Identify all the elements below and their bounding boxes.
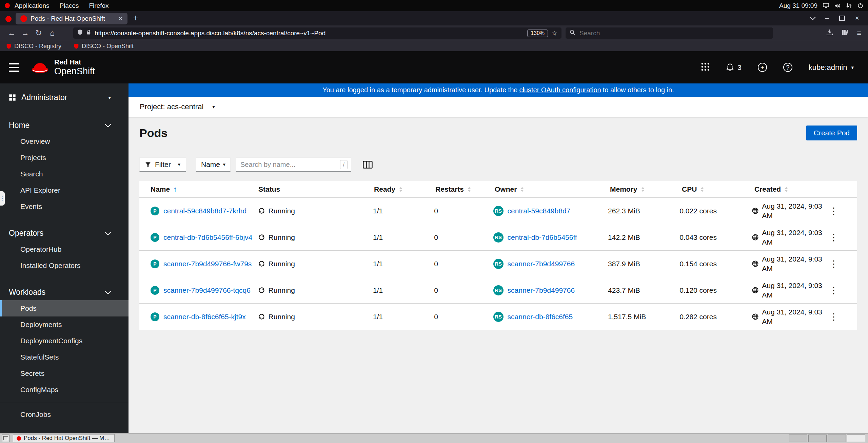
- tracking-shield-icon[interactable]: [77, 29, 83, 37]
- workspace-1[interactable]: [789, 435, 807, 442]
- pod-name-link[interactable]: central-59c849b8d7-7krhd: [163, 207, 246, 215]
- notifications-button[interactable]: 3: [726, 63, 742, 72]
- brand-logo: Red Hat OpenShift: [31, 58, 95, 77]
- volume-icon[interactable]: [834, 3, 841, 8]
- applications-menu[interactable]: Applications: [15, 2, 49, 9]
- column-header-memory[interactable]: Memory: [610, 185, 682, 193]
- owner-link[interactable]: scanner-7b9d499766: [508, 260, 575, 268]
- nav-section-workloads[interactable]: Workloads: [0, 284, 129, 300]
- pod-badge-icon: P: [151, 233, 159, 242]
- home-button[interactable]: ⌂: [45, 28, 59, 38]
- window-close-button[interactable]: ×: [855, 14, 859, 22]
- perspective-switcher[interactable]: Administrator ▾: [0, 83, 129, 109]
- firefox-menu[interactable]: Firefox: [89, 2, 108, 9]
- pod-name-link[interactable]: scanner-7b9d499766-tqcq6: [163, 286, 251, 294]
- power-icon[interactable]: [857, 3, 863, 8]
- places-menu[interactable]: Places: [59, 2, 79, 9]
- menu-hamburger-icon[interactable]: ≡: [857, 29, 861, 38]
- browser-search-bar[interactable]: [566, 27, 773, 39]
- bookmark-disco-openshift[interactable]: DISCO - OpenShift: [74, 43, 134, 50]
- filter-dropdown[interactable]: Filter ▾: [139, 157, 186, 172]
- column-header-created[interactable]: Created: [754, 185, 829, 193]
- sidebar-item-deploymentconfigs[interactable]: DeploymentConfigs: [0, 333, 129, 349]
- column-header-restarts[interactable]: Restarts: [435, 185, 495, 193]
- window-list-icon[interactable]: [2, 435, 9, 442]
- sidebar-item-statefulsets[interactable]: StatefulSets: [0, 349, 129, 365]
- column-header-cpu[interactable]: CPU: [682, 185, 754, 193]
- owner-link[interactable]: central-db-7d6b5456ff: [508, 233, 577, 242]
- filter-type-dropdown[interactable]: Name ▾: [196, 157, 231, 172]
- nav-section-home[interactable]: Home: [0, 117, 129, 133]
- workspace-2[interactable]: [808, 435, 827, 442]
- kebab-menu-icon[interactable]: ⋮: [829, 206, 839, 216]
- sidebar-item-search[interactable]: Search: [0, 166, 129, 182]
- reload-button[interactable]: ↻: [32, 28, 45, 38]
- app-launcher-icon[interactable]: [701, 62, 710, 73]
- library-icon[interactable]: [842, 29, 848, 38]
- column-header-status[interactable]: Status: [258, 185, 374, 193]
- save-page-icon[interactable]: [826, 29, 833, 38]
- kebab-menu-icon[interactable]: ⋮: [829, 285, 839, 296]
- pod-name-link[interactable]: scanner-db-8f6c6f65-kjt9x: [163, 313, 246, 321]
- clock[interactable]: Aug 31 09:09: [779, 2, 817, 9]
- bookmark-star-icon[interactable]: ☆: [551, 29, 557, 37]
- sidebar-item-secrets[interactable]: Secrets: [0, 365, 129, 382]
- workspace-3[interactable]: [828, 435, 846, 442]
- nav-toggle-hamburger-icon[interactable]: [9, 63, 19, 72]
- sidebar-item-operatorhub[interactable]: OperatorHub: [0, 241, 129, 257]
- bookmark-disco-registry[interactable]: DISCO - Registry: [6, 43, 61, 50]
- create-pod-button[interactable]: Create Pod: [806, 126, 857, 140]
- sidebar-item-events[interactable]: Events: [0, 198, 129, 215]
- column-header-ready[interactable]: Ready: [374, 185, 435, 193]
- import-plus-icon[interactable]: +: [758, 63, 767, 72]
- window-minimize-button[interactable]: –: [825, 14, 829, 22]
- kebab-menu-icon[interactable]: ⋮: [829, 311, 839, 322]
- workspace-4[interactable]: [847, 435, 865, 442]
- sidebar-item-overview[interactable]: Overview: [0, 133, 129, 150]
- owner-link[interactable]: scanner-7b9d499766: [508, 286, 575, 294]
- taskbar-window-button[interactable]: Pods - Red Hat OpenShift — Mozil...: [13, 434, 115, 442]
- forward-button[interactable]: →: [18, 28, 32, 38]
- screen-icon[interactable]: [823, 3, 829, 8]
- sidebar-item-cronjobs[interactable]: CronJobs: [0, 406, 129, 423]
- browser-search-input[interactable]: [579, 29, 769, 37]
- lock-icon[interactable]: [86, 29, 91, 37]
- pod-badge-icon: P: [151, 259, 159, 268]
- firefox-view-icon[interactable]: [5, 16, 12, 22]
- project-dropdown[interactable]: Project: acs-central ▾: [140, 102, 215, 111]
- manage-columns-icon[interactable]: [363, 160, 373, 169]
- cpu-value: 0.282 cores: [679, 313, 717, 321]
- tab-close-icon[interactable]: ×: [118, 15, 123, 22]
- owner-link[interactable]: central-59c849b8d7: [508, 207, 571, 215]
- owner-link[interactable]: scanner-db-8f6c6f65: [508, 313, 573, 321]
- url-input[interactable]: https://console-openshift-console.apps.d…: [95, 30, 524, 37]
- name-search-input[interactable]: [240, 160, 337, 169]
- nav-section-operators[interactable]: Operators: [0, 225, 129, 241]
- sidebar-item-installed-operators[interactable]: Installed Operators: [0, 257, 129, 274]
- zoom-indicator[interactable]: 130%: [527, 30, 548, 37]
- new-tab-button[interactable]: +: [133, 13, 138, 23]
- sidebar-item-deployments[interactable]: Deployments: [0, 316, 129, 333]
- sidebar-item-api-explorer[interactable]: API Explorer: [0, 182, 129, 198]
- window-maximize-button[interactable]: [839, 16, 845, 21]
- help-icon[interactable]: ?: [783, 63, 792, 72]
- pod-name-link[interactable]: central-db-7d6b5456ff-6bjv4: [163, 233, 252, 242]
- browser-tab[interactable]: Pods - Red Hat OpenShift ×: [16, 13, 127, 24]
- url-bar[interactable]: https://console-openshift-console.apps.d…: [73, 27, 561, 39]
- oauth-configuration-link[interactable]: cluster OAuth configuration: [519, 86, 601, 94]
- name-search-field[interactable]: /: [236, 157, 351, 172]
- column-header-name[interactable]: Name ↑: [139, 185, 258, 194]
- sidebar-item-pods[interactable]: Pods: [0, 300, 129, 316]
- user-menu[interactable]: kube:admin ▾: [809, 63, 854, 72]
- pod-name-link[interactable]: scanner-7b9d499766-fw79s: [163, 260, 252, 268]
- sidebar-resize-handle[interactable]: ⋮: [0, 191, 5, 206]
- kebab-menu-icon[interactable]: ⋮: [829, 232, 839, 243]
- sort-asc-icon: ↑: [173, 185, 177, 194]
- sidebar-item-configmaps[interactable]: ConfigMaps: [0, 382, 129, 398]
- sidebar-item-projects[interactable]: Projects: [0, 150, 129, 166]
- list-tabs-icon[interactable]: [810, 15, 816, 20]
- column-header-owner[interactable]: Owner: [495, 185, 610, 193]
- network-icon[interactable]: [846, 3, 852, 8]
- back-button[interactable]: ←: [5, 28, 18, 38]
- kebab-menu-icon[interactable]: ⋮: [829, 258, 839, 269]
